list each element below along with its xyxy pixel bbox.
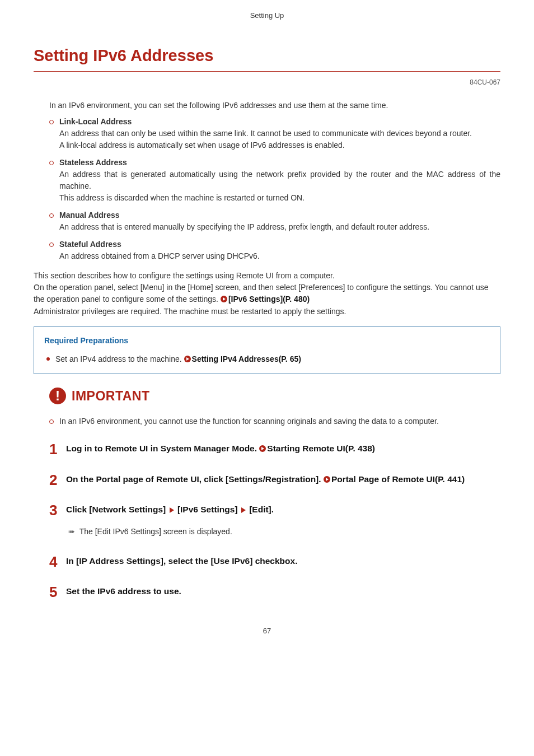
svg-marker-9 <box>241 507 246 513</box>
crossref-icon <box>221 294 227 306</box>
address-title: Link-Local Address <box>59 116 500 128</box>
step-text: In [IP Address Settings], select the [Us… <box>66 556 297 566</box>
crossref-link[interactable]: Setting IPv4 Addresses(P. 65) <box>192 354 301 363</box>
step-text: [IPv6 Settings] <box>177 505 240 514</box>
address-type-list: Link-Local Address An address that can o… <box>49 116 500 262</box>
step-result: ➠ The [Edit IPv6 Settings] screen is dis… <box>68 526 500 538</box>
body-line: On the operation panel, select [Menu] in… <box>34 282 500 306</box>
step-item: Click [Network Settings] [IPv6 Settings]… <box>49 503 500 538</box>
right-arrow-icon <box>241 503 246 516</box>
list-item: Stateless Address An address that is gen… <box>49 157 500 204</box>
step-item: Log in to Remote UI in System Manager Mo… <box>49 442 500 456</box>
list-item: Link-Local Address An address that can o… <box>49 116 500 151</box>
result-arrow-icon: ➠ <box>68 526 75 538</box>
list-item: Manual Address An address that is entere… <box>49 209 500 233</box>
address-desc: An address that is entered manually by s… <box>59 221 500 233</box>
step-item: On the Portal page of Remote UI, click [… <box>49 473 500 487</box>
important-text: In an IPv6 environment, you cannot use t… <box>49 416 500 427</box>
list-item: Stateful Address An address obtained fro… <box>49 239 500 262</box>
step-text: Log in to Remote UI in System Manager Mo… <box>66 444 259 453</box>
step-text: On the Portal page of Remote UI, click [… <box>66 474 324 484</box>
crossref-link[interactable]: Starting Remote UI(P. 438) <box>267 444 375 453</box>
prep-title: Required Preparations <box>44 335 490 347</box>
important-label: IMPORTANT <box>72 386 150 406</box>
address-desc: An address that can only be used within … <box>59 128 500 139</box>
crossref-icon <box>324 473 330 486</box>
breadcrumb-section: Setting Up <box>34 10 500 21</box>
page-number: 67 <box>34 626 500 637</box>
crossref-link[interactable]: [IPv6 Settings](P. 480) <box>228 295 310 304</box>
required-preparations-box: Required Preparations Set an IPv4 addres… <box>34 326 500 374</box>
prep-item: Set an IPv4 address to the machine. Sett… <box>46 353 490 366</box>
config-description: This section describes how to configure … <box>34 270 500 318</box>
right-arrow-icon <box>170 503 174 516</box>
address-desc: An address that is generated automatical… <box>59 169 500 192</box>
step-item: In [IP Address Settings], select the [Us… <box>49 554 500 567</box>
crossref-icon <box>184 354 191 366</box>
body-line: Administrator privileges are required. T… <box>34 306 500 318</box>
address-title: Stateless Address <box>59 157 500 169</box>
step-item: Set the IPv6 address to use. <box>49 585 500 598</box>
step-list: Log in to Remote UI in System Manager Mo… <box>49 442 500 598</box>
exclamation-icon: ! <box>49 388 66 404</box>
address-title: Manual Address <box>59 209 500 221</box>
address-desc: A link-local address is automatically se… <box>59 139 500 151</box>
intro-text: In an IPv6 environment, you can set the … <box>49 100 500 111</box>
crossref-icon <box>259 442 266 455</box>
address-title: Stateful Address <box>59 239 500 250</box>
step-text: Set the IPv6 address to use. <box>66 586 181 596</box>
prep-text: Set an IPv4 address to the machine. <box>55 354 184 363</box>
step-text: Click [Network Settings] <box>66 505 168 514</box>
step-text: [Edit]. <box>249 505 274 514</box>
result-text: The [Edit IPv6 Settings] screen is displ… <box>79 527 232 536</box>
body-line: This section describes how to configure … <box>34 270 500 282</box>
page-title: Setting IPv6 Addresses <box>34 44 500 72</box>
address-desc: This address is discarded when the machi… <box>59 192 500 204</box>
document-id: 84CU-067 <box>34 77 500 87</box>
address-desc: An address obtained from a DHCP server u… <box>59 250 500 262</box>
important-heading: ! IMPORTANT <box>49 386 500 406</box>
crossref-link[interactable]: Portal Page of Remote UI(P. 441) <box>331 474 465 484</box>
svg-marker-8 <box>170 507 174 513</box>
